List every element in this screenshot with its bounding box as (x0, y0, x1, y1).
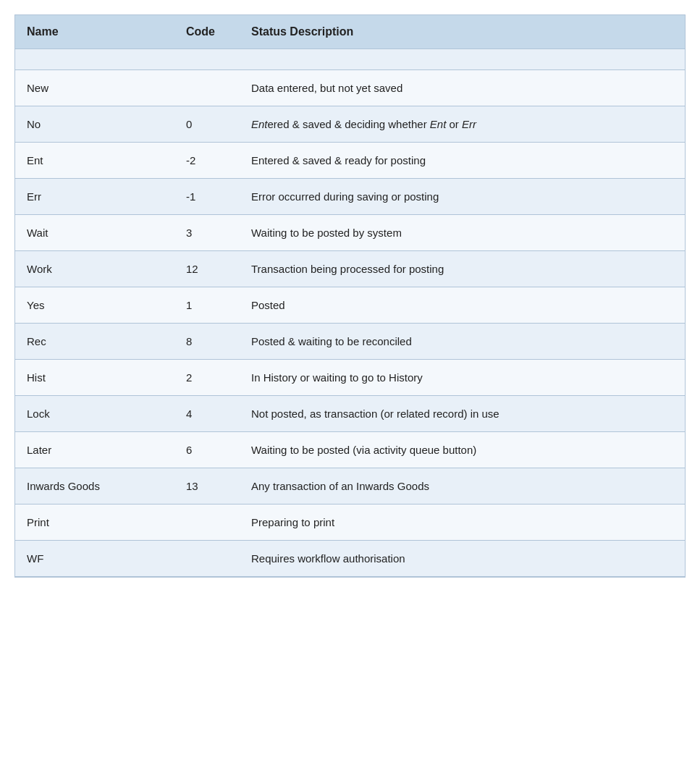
status-table-wrapper: Name Code Status Description NewData ent… (14, 14, 686, 578)
cell-name: Hist (15, 360, 174, 396)
cell-description: Entered & saved & deciding whether Ent o… (240, 106, 685, 143)
table-row: Wait3Waiting to be posted by system (15, 215, 685, 251)
table-row: NewData entered, but not yet saved (15, 70, 685, 106)
table-row: Yes1Posted (15, 287, 685, 324)
cell-code (174, 541, 240, 577)
status-table: Name Code Status Description NewData ent… (15, 15, 685, 577)
cell-name: Rec (15, 324, 174, 360)
cell-code: -2 (174, 143, 240, 179)
table-row: Later6Waiting to be posted (via activity… (15, 432, 685, 468)
table-header-row: Name Code Status Description (15, 15, 685, 49)
cell-name: Err (15, 179, 174, 215)
cell-code: 1 (174, 287, 240, 324)
cell-name: New (15, 70, 174, 106)
cell-code (174, 49, 240, 70)
cell-description: Posted (240, 287, 685, 324)
header-status-description: Status Description (240, 15, 685, 49)
table-row: Rec8Posted & waiting to be reconciled (15, 324, 685, 360)
table-row: Inwards Goods13Any transaction of an Inw… (15, 468, 685, 505)
cell-name: Print (15, 505, 174, 541)
table-row: Err-1Error occurred during saving or pos… (15, 179, 685, 215)
cell-name: Later (15, 432, 174, 468)
cell-code: 4 (174, 396, 240, 432)
cell-code: -1 (174, 179, 240, 215)
cell-code: 0 (174, 106, 240, 143)
cell-name: WF (15, 541, 174, 577)
cell-description: Any transaction of an Inwards Goods (240, 468, 685, 505)
cell-code: 6 (174, 432, 240, 468)
cell-code: 8 (174, 324, 240, 360)
cell-name (15, 49, 174, 70)
cell-description: Preparing to print (240, 505, 685, 541)
cell-description: Waiting to be posted (via activity queue… (240, 432, 685, 468)
cell-name: Yes (15, 287, 174, 324)
cell-code: 2 (174, 360, 240, 396)
header-name: Name (15, 15, 174, 49)
cell-name: Lock (15, 396, 174, 432)
cell-description: Not posted, as transaction (or related r… (240, 396, 685, 432)
cell-code (174, 505, 240, 541)
cell-description: Requires workflow authorisation (240, 541, 685, 577)
cell-name: Work (15, 251, 174, 287)
table-row: WFRequires workflow authorisation (15, 541, 685, 577)
cell-code: 13 (174, 468, 240, 505)
cell-name: Ent (15, 143, 174, 179)
header-code: Code (174, 15, 240, 49)
table-row: Lock4Not posted, as transaction (or rela… (15, 396, 685, 432)
cell-description: Posted & waiting to be reconciled (240, 324, 685, 360)
cell-description: Error occurred during saving or posting (240, 179, 685, 215)
cell-description (240, 49, 685, 70)
cell-description: In History or waiting to go to History (240, 360, 685, 396)
cell-description: Transaction being processed for posting (240, 251, 685, 287)
table-row (15, 49, 685, 70)
cell-name: Inwards Goods (15, 468, 174, 505)
cell-code: 12 (174, 251, 240, 287)
cell-code: 3 (174, 215, 240, 251)
table-row: Hist2In History or waiting to go to Hist… (15, 360, 685, 396)
table-row: No0Entered & saved & deciding whether En… (15, 106, 685, 143)
table-row: PrintPreparing to print (15, 505, 685, 541)
cell-name: No (15, 106, 174, 143)
cell-description: Data entered, but not yet saved (240, 70, 685, 106)
cell-name: Wait (15, 215, 174, 251)
cell-description: Entered & saved & ready for posting (240, 143, 685, 179)
cell-description: Waiting to be posted by system (240, 215, 685, 251)
table-row: Work12Transaction being processed for po… (15, 251, 685, 287)
table-row: Ent-2Entered & saved & ready for posting (15, 143, 685, 179)
cell-code (174, 70, 240, 106)
